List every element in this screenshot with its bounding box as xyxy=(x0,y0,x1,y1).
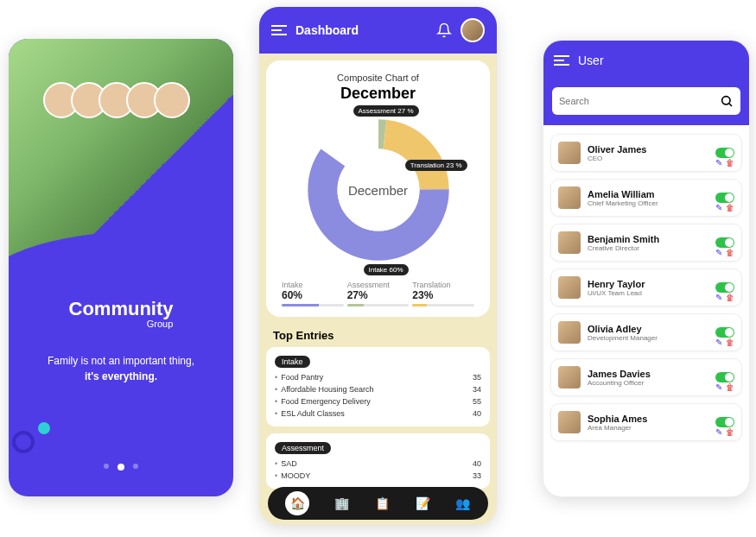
label-translation: Translation 23 % xyxy=(405,160,467,171)
search-input[interactable] xyxy=(559,96,720,106)
avatar[interactable] xyxy=(461,18,485,42)
donut-chart: December Assessment 27 % Translation 23 … xyxy=(296,108,461,272)
legend-intake: Intake 60% xyxy=(280,281,346,306)
tab-building-icon[interactable]: 🏢 xyxy=(334,496,350,511)
active-toggle[interactable] xyxy=(715,282,734,293)
page-title: Dashboard xyxy=(295,23,428,37)
user-role: Creative Director xyxy=(588,244,708,252)
tab-list-icon[interactable]: 📋 xyxy=(374,496,390,511)
dot[interactable] xyxy=(104,464,109,469)
user-info: Olivia AdleyDevelopment Manager xyxy=(588,324,708,342)
user-role: Chief Marketing Officer xyxy=(588,199,708,207)
user-row[interactable]: Oliver JamesCEO✎🗑 xyxy=(550,134,742,172)
delete-icon[interactable]: 🗑 xyxy=(726,158,734,167)
entries-assessment: Assessment •SAD40 •MOODY33 xyxy=(266,433,490,489)
edit-icon[interactable]: ✎ xyxy=(715,293,722,302)
label-intake: Intake 60% xyxy=(364,264,409,275)
edit-icon[interactable]: ✎ xyxy=(715,248,722,257)
legend-translation: Translation 23% xyxy=(410,281,476,306)
active-toggle[interactable] xyxy=(715,327,734,338)
logo-text: Community xyxy=(26,298,216,320)
list-item: •Affordable Housing Search34 xyxy=(275,383,481,395)
accent-ring xyxy=(12,431,35,453)
user-role: Development Manager xyxy=(588,334,708,342)
user-name: James Davies xyxy=(588,369,708,379)
list-item: •SAD40 xyxy=(275,458,481,470)
active-toggle[interactable] xyxy=(715,148,734,158)
list-item: •Food Emergency Delivery55 xyxy=(275,395,481,407)
user-avatar xyxy=(558,276,581,299)
user-name: Olivia Adley xyxy=(588,324,708,334)
top-entries: Top Entries Intake •Food Pantry35 •Affor… xyxy=(266,324,490,489)
delete-icon[interactable]: 🗑 xyxy=(726,203,734,212)
chart-month: December xyxy=(275,85,481,103)
page-title: User xyxy=(578,54,604,67)
edit-icon[interactable]: ✎ xyxy=(715,382,722,392)
user-info: Amelia WilliamChief Marketing Officer xyxy=(588,189,708,207)
edit-icon[interactable]: ✎ xyxy=(715,203,722,212)
user-name: Amelia William xyxy=(588,189,708,199)
user-row[interactable]: James DaviesAccounting Officer✎🗑 xyxy=(550,358,742,396)
user-info: James DaviesAccounting Officer xyxy=(588,369,708,387)
splash-screen: Community Group Family is not an importa… xyxy=(9,39,233,496)
search-box[interactable] xyxy=(552,87,740,115)
user-row[interactable]: Benjamin SmithCreative Director✎🗑 xyxy=(550,224,742,262)
user-role: UI/UX Team Lead xyxy=(588,289,708,297)
user-name: Sophia Ames xyxy=(588,414,708,424)
user-info: Benjamin SmithCreative Director xyxy=(588,234,708,252)
user-name: Henry Taylor xyxy=(588,279,708,289)
dashboard-header: Dashboard xyxy=(259,7,497,54)
edit-icon[interactable]: ✎ xyxy=(715,427,722,437)
user-name: Benjamin Smith xyxy=(588,234,708,244)
search-icon[interactable] xyxy=(720,94,734,108)
user-avatar xyxy=(558,411,581,433)
donut-center-label: December xyxy=(348,183,408,198)
chart-supertitle: Composite Chart of xyxy=(275,73,481,83)
user-list: Oliver JamesCEO✎🗑Amelia WilliamChief Mar… xyxy=(543,125,749,450)
list-item: •MOODY33 xyxy=(275,470,481,482)
delete-icon[interactable]: 🗑 xyxy=(726,338,734,347)
section-pill: Intake xyxy=(275,356,310,368)
active-toggle[interactable] xyxy=(715,193,734,203)
active-toggle[interactable] xyxy=(715,372,734,382)
user-role: Accounting Officer xyxy=(588,379,708,387)
edit-icon[interactable]: ✎ xyxy=(715,338,722,347)
user-avatar xyxy=(558,366,581,389)
user-avatar xyxy=(558,231,581,254)
page-indicator[interactable] xyxy=(104,464,138,471)
menu-icon[interactable] xyxy=(271,22,287,38)
delete-icon[interactable]: 🗑 xyxy=(726,248,734,257)
chart-card: Composite Chart of December December Ass… xyxy=(266,60,490,317)
edit-icon[interactable]: ✎ xyxy=(715,158,722,167)
list-item: •ESL Adult Classes40 xyxy=(275,407,481,420)
tab-users-icon[interactable]: 👥 xyxy=(455,496,471,511)
user-row[interactable]: Olivia AdleyDevelopment Manager✎🗑 xyxy=(550,313,742,351)
section-pill: Assessment xyxy=(275,442,331,454)
user-avatar xyxy=(558,321,581,344)
active-toggle[interactable] xyxy=(715,417,734,427)
dot-active[interactable] xyxy=(118,464,124,471)
user-avatar xyxy=(558,142,581,164)
dot[interactable] xyxy=(133,464,138,469)
svg-line-5 xyxy=(729,104,732,106)
legend-assessment: Assessment 27% xyxy=(346,281,411,306)
legend: Intake 60% Assessment 27% Translation 23… xyxy=(275,272,481,306)
tab-notes-icon[interactable]: 📝 xyxy=(415,496,430,511)
user-row[interactable]: Henry TaylorUI/UX Team Lead✎🗑 xyxy=(550,268,742,306)
menu-icon[interactable] xyxy=(554,53,569,68)
user-avatar xyxy=(558,186,581,209)
bell-icon[interactable] xyxy=(436,22,452,38)
user-info: Henry TaylorUI/UX Team Lead xyxy=(588,279,708,297)
svg-point-4 xyxy=(722,97,730,104)
tagline: Family is not an important thing, it's e… xyxy=(26,353,216,384)
user-row[interactable]: Sophia AmesArea Manager✎🗑 xyxy=(550,403,742,441)
active-toggle[interactable] xyxy=(715,237,734,248)
user-row[interactable]: Amelia WilliamChief Marketing Officer✎🗑 xyxy=(550,179,742,217)
delete-icon[interactable]: 🗑 xyxy=(726,427,734,437)
label-assessment: Assessment 27 % xyxy=(353,105,419,117)
delete-icon[interactable]: 🗑 xyxy=(726,293,734,302)
tab-home-icon[interactable]: 🏠 xyxy=(285,491,309,515)
delete-icon[interactable]: 🗑 xyxy=(726,382,734,392)
user-info: Sophia AmesArea Manager xyxy=(588,414,708,432)
user-role: CEO xyxy=(588,155,708,162)
